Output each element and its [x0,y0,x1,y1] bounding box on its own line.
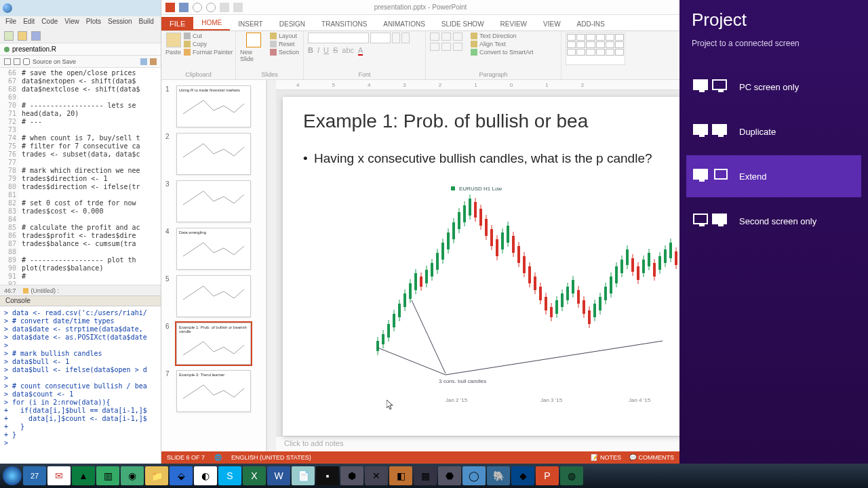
align-center-icon[interactable] [441,43,451,51]
thumbnail-slide-4[interactable]: 4Data wrangling [165,228,262,270]
gmail-icon[interactable]: ✉ [47,466,71,485]
menu-code[interactable]: Code [41,18,58,27]
convert-smartart-button[interactable]: Convert to SmartArt [471,49,534,56]
layout-button[interactable]: Layout [270,33,299,39]
font-color-button[interactable]: A [358,46,363,56]
thumbnail-slide-7[interactable]: 7Example 2: Trend learner [165,370,262,412]
thumbnail-slide-1[interactable]: 1Using R to trade financial markets [165,85,262,127]
app-icon-1[interactable]: ▥ [96,466,119,485]
menu-file[interactable]: File [5,18,16,27]
chrome-icon[interactable]: ◐ [194,466,217,485]
excel-icon[interactable]: X [243,466,266,485]
undo-icon[interactable] [193,3,202,12]
horizontal-ruler[interactable]: 454321012 [276,80,679,90]
new-file-icon[interactable] [4,31,14,41]
dropbox-icon[interactable]: ⬙ [170,466,193,485]
rstudio-titlebar[interactable] [0,0,161,16]
drive-icon[interactable]: ▲ [72,466,95,485]
slide-thumbnails-panel[interactable]: 1Using R to trade financial markets234Da… [161,80,267,451]
thumbnail-slide-2[interactable]: 2 [165,133,262,175]
rstudio-toolbar[interactable] [0,28,161,43]
terminal-icon[interactable]: ▪ [316,466,339,485]
powerpoint-taskbar-icon[interactable]: P [536,466,559,485]
bold-button[interactable]: B [308,46,313,56]
pgadmin-icon[interactable]: 🐘 [487,466,510,485]
wand-icon[interactable] [140,58,147,65]
project-option-duplicate[interactable]: Duplicate [686,110,861,152]
app-icon-9[interactable]: ◍ [560,466,583,485]
pp-titlebar[interactable]: presentation.pptx - PowerPoint [161,0,679,15]
project-charm-panel[interactable]: Project Project to a connected screen PC… [679,0,868,464]
font-family-select[interactable] [308,33,369,43]
align-text-button[interactable]: Align Text [471,41,534,47]
notes-pane[interactable]: Click to add notes [276,436,679,451]
section-button[interactable]: Section [270,49,299,56]
text-direction-button[interactable]: Text Direction [471,33,534,39]
source-on-save-checkbox[interactable] [23,58,30,65]
project-option-pc-screen-only[interactable]: PC screen only [686,66,861,108]
indent-icon[interactable] [453,33,462,41]
source-editor[interactable]: 66 67 68 69 70 71 72 73 74 75 76 77 78 7… [0,68,161,285]
run-icon[interactable] [150,58,157,65]
ribbon[interactable]: Paste Cut Copy Format Painter Clipboard … [161,31,679,80]
pp-statusbar[interactable]: SLIDE 6 OF 7 🌐 ENGLISH (UNITED STATES) 📝… [161,451,679,464]
menu-view[interactable]: View [64,18,79,27]
console-output[interactable]: > data <- read.csv('c:/users/riahi/ > # … [0,306,161,476]
tab-review[interactable]: REVIEW [492,18,535,30]
paste-button[interactable]: Paste [165,33,181,56]
shapes-gallery[interactable] [566,33,625,65]
redo-icon[interactable] [206,3,216,12]
current-slide[interactable]: Example 1: Prob. of bullish or bea Havin… [283,97,679,436]
app-icon-4[interactable]: ✕ [365,466,388,485]
project-option-extend[interactable]: Extend [686,155,861,197]
tab-view[interactable]: VIEW [535,18,569,30]
format-painter-button[interactable]: Format Painter [184,49,233,56]
skype-icon[interactable]: S [218,466,241,485]
tab-design[interactable]: DESIGN [271,18,313,30]
tab-insert[interactable]: INSERT [230,18,271,30]
console-tab[interactable]: Console [0,296,161,306]
menu-build[interactable]: Build [139,18,154,27]
app-icon-7[interactable]: ⬣ [438,466,461,485]
bullets-icon[interactable] [430,33,439,41]
notepad-icon[interactable]: 📄 [292,466,315,485]
app-icon-5[interactable]: ◧ [389,466,412,485]
save-icon[interactable] [179,3,189,12]
slide-canvas[interactable]: Example 1: Prob. of bullish or bea Havin… [276,90,679,436]
word-icon[interactable]: W [267,466,290,485]
new-slide-button[interactable]: New Slide [240,33,267,62]
thumbnail-slide-3[interactable]: 3 [165,180,262,222]
source-options-bar[interactable]: Source on Save [0,56,161,68]
status-comments-button[interactable]: 💬 COMMENTS [629,454,674,461]
slide-title-text[interactable]: Example 1: Prob. of bullish or bea [303,110,679,132]
menu-session[interactable]: Session [108,18,132,27]
reset-button[interactable]: Reset [270,41,299,47]
strike-button[interactable]: S [333,46,338,56]
thumbnail-slide-6[interactable]: 6Example 1: Prob. of bullish or bearish … [165,323,262,365]
app-icon-8[interactable]: ◆ [511,466,534,485]
app-icon-2[interactable]: ◉ [121,466,144,485]
open-file-icon[interactable] [18,31,27,41]
slideshow-icon[interactable] [220,3,229,12]
project-option-second-screen-only[interactable]: Second screen only [686,200,861,242]
back-icon[interactable] [4,58,11,65]
fwd-icon[interactable] [14,58,20,65]
shadow-button[interactable]: abc [342,46,354,56]
tab-slideshow[interactable]: SLIDE SHOW [433,18,492,30]
rstudio-taskbar-icon[interactable]: ◯ [462,466,486,485]
copy-button[interactable]: Copy [184,41,233,47]
rstudio-menubar[interactable]: File Edit Code View Plots Session Build [0,16,161,28]
decrease-font-icon[interactable] [401,33,410,43]
slide-bullet-text[interactable]: Having x consecutive bullish candles, wh… [303,151,679,166]
editor-body[interactable]: # save the open/close prices data$nextop… [19,68,161,285]
touch-mode-icon[interactable] [233,3,243,12]
thumbnail-slide-5[interactable]: 5 [165,275,262,317]
explorer-icon[interactable]: 📁 [145,466,168,485]
increase-font-icon[interactable] [392,33,400,43]
underline-button[interactable]: U [323,46,329,56]
tab-home[interactable]: HOME [193,16,230,30]
italic-button[interactable]: I [317,46,319,56]
windows-taskbar[interactable]: 27 ✉ ▲ ▥ ◉ 📁 ⬙ ◐ S X W 📄 ▪ ⬢ ✕ ◧ ▦ ⬣ ◯ 🐘… [0,464,868,488]
status-language[interactable]: ENGLISH (UNITED STATES) [231,454,311,461]
cut-button[interactable]: Cut [184,33,233,39]
